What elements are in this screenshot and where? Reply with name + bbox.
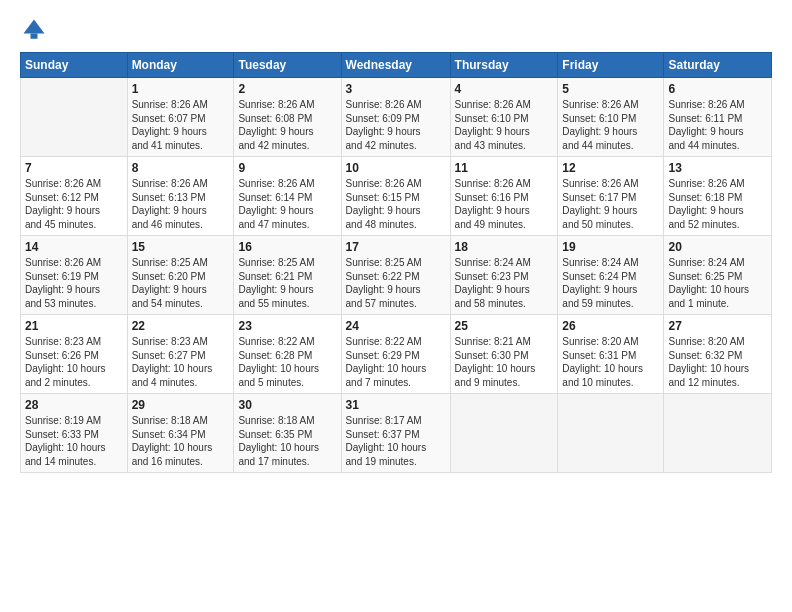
day-info: Sunrise: 8:26 AMSunset: 6:10 PMDaylight:… <box>455 98 554 152</box>
day-number: 23 <box>238 319 336 333</box>
calendar-cell: 15Sunrise: 8:25 AMSunset: 6:20 PMDayligh… <box>127 236 234 315</box>
day-info: Sunrise: 8:26 AMSunset: 6:15 PMDaylight:… <box>346 177 446 231</box>
calendar-cell: 1Sunrise: 8:26 AMSunset: 6:07 PMDaylight… <box>127 78 234 157</box>
page: SundayMondayTuesdayWednesdayThursdayFrid… <box>0 0 792 612</box>
day-info: Sunrise: 8:26 AMSunset: 6:11 PMDaylight:… <box>668 98 767 152</box>
day-number: 13 <box>668 161 767 175</box>
calendar-cell <box>558 394 664 473</box>
day-number: 4 <box>455 82 554 96</box>
day-number: 10 <box>346 161 446 175</box>
day-number: 31 <box>346 398 446 412</box>
day-number: 15 <box>132 240 230 254</box>
calendar-cell: 17Sunrise: 8:25 AMSunset: 6:22 PMDayligh… <box>341 236 450 315</box>
svg-rect-1 <box>31 34 38 39</box>
day-number: 26 <box>562 319 659 333</box>
calendar-cell: 24Sunrise: 8:22 AMSunset: 6:29 PMDayligh… <box>341 315 450 394</box>
day-info: Sunrise: 8:22 AMSunset: 6:29 PMDaylight:… <box>346 335 446 389</box>
day-number: 25 <box>455 319 554 333</box>
day-info: Sunrise: 8:26 AMSunset: 6:14 PMDaylight:… <box>238 177 336 231</box>
calendar-table: SundayMondayTuesdayWednesdayThursdayFrid… <box>20 52 772 473</box>
calendar-week-4: 28Sunrise: 8:19 AMSunset: 6:33 PMDayligh… <box>21 394 772 473</box>
day-info: Sunrise: 8:18 AMSunset: 6:34 PMDaylight:… <box>132 414 230 468</box>
calendar-cell: 27Sunrise: 8:20 AMSunset: 6:32 PMDayligh… <box>664 315 772 394</box>
calendar-week-2: 14Sunrise: 8:26 AMSunset: 6:19 PMDayligh… <box>21 236 772 315</box>
calendar-cell: 5Sunrise: 8:26 AMSunset: 6:10 PMDaylight… <box>558 78 664 157</box>
calendar-cell: 29Sunrise: 8:18 AMSunset: 6:34 PMDayligh… <box>127 394 234 473</box>
calendar-cell: 26Sunrise: 8:20 AMSunset: 6:31 PMDayligh… <box>558 315 664 394</box>
calendar-cell: 2Sunrise: 8:26 AMSunset: 6:08 PMDaylight… <box>234 78 341 157</box>
day-info: Sunrise: 8:26 AMSunset: 6:17 PMDaylight:… <box>562 177 659 231</box>
day-number: 9 <box>238 161 336 175</box>
logo-icon <box>20 16 48 44</box>
calendar-cell: 14Sunrise: 8:26 AMSunset: 6:19 PMDayligh… <box>21 236 128 315</box>
day-number: 28 <box>25 398 123 412</box>
day-info: Sunrise: 8:24 AMSunset: 6:25 PMDaylight:… <box>668 256 767 310</box>
svg-marker-0 <box>24 20 45 34</box>
day-number: 11 <box>455 161 554 175</box>
calendar-cell: 22Sunrise: 8:23 AMSunset: 6:27 PMDayligh… <box>127 315 234 394</box>
calendar-cell: 16Sunrise: 8:25 AMSunset: 6:21 PMDayligh… <box>234 236 341 315</box>
day-number: 27 <box>668 319 767 333</box>
day-info: Sunrise: 8:23 AMSunset: 6:26 PMDaylight:… <box>25 335 123 389</box>
day-number: 12 <box>562 161 659 175</box>
logo <box>20 16 52 44</box>
day-number: 24 <box>346 319 446 333</box>
day-number: 3 <box>346 82 446 96</box>
calendar-cell: 4Sunrise: 8:26 AMSunset: 6:10 PMDaylight… <box>450 78 558 157</box>
calendar-cell: 11Sunrise: 8:26 AMSunset: 6:16 PMDayligh… <box>450 157 558 236</box>
weekday-sunday: Sunday <box>21 53 128 78</box>
day-info: Sunrise: 8:20 AMSunset: 6:31 PMDaylight:… <box>562 335 659 389</box>
weekday-friday: Friday <box>558 53 664 78</box>
day-info: Sunrise: 8:18 AMSunset: 6:35 PMDaylight:… <box>238 414 336 468</box>
calendar-cell: 13Sunrise: 8:26 AMSunset: 6:18 PMDayligh… <box>664 157 772 236</box>
calendar-cell: 18Sunrise: 8:24 AMSunset: 6:23 PMDayligh… <box>450 236 558 315</box>
weekday-monday: Monday <box>127 53 234 78</box>
calendar-body: 1Sunrise: 8:26 AMSunset: 6:07 PMDaylight… <box>21 78 772 473</box>
day-info: Sunrise: 8:17 AMSunset: 6:37 PMDaylight:… <box>346 414 446 468</box>
day-info: Sunrise: 8:26 AMSunset: 6:10 PMDaylight:… <box>562 98 659 152</box>
calendar-cell: 25Sunrise: 8:21 AMSunset: 6:30 PMDayligh… <box>450 315 558 394</box>
weekday-thursday: Thursday <box>450 53 558 78</box>
calendar-cell: 31Sunrise: 8:17 AMSunset: 6:37 PMDayligh… <box>341 394 450 473</box>
calendar-cell: 7Sunrise: 8:26 AMSunset: 6:12 PMDaylight… <box>21 157 128 236</box>
calendar-cell: 10Sunrise: 8:26 AMSunset: 6:15 PMDayligh… <box>341 157 450 236</box>
day-number: 6 <box>668 82 767 96</box>
day-number: 8 <box>132 161 230 175</box>
calendar-cell: 6Sunrise: 8:26 AMSunset: 6:11 PMDaylight… <box>664 78 772 157</box>
header <box>20 16 772 44</box>
day-info: Sunrise: 8:26 AMSunset: 6:19 PMDaylight:… <box>25 256 123 310</box>
day-number: 22 <box>132 319 230 333</box>
day-info: Sunrise: 8:26 AMSunset: 6:18 PMDaylight:… <box>668 177 767 231</box>
day-info: Sunrise: 8:25 AMSunset: 6:22 PMDaylight:… <box>346 256 446 310</box>
day-info: Sunrise: 8:26 AMSunset: 6:13 PMDaylight:… <box>132 177 230 231</box>
day-info: Sunrise: 8:19 AMSunset: 6:33 PMDaylight:… <box>25 414 123 468</box>
calendar-cell <box>664 394 772 473</box>
calendar-cell: 28Sunrise: 8:19 AMSunset: 6:33 PMDayligh… <box>21 394 128 473</box>
day-number: 16 <box>238 240 336 254</box>
calendar-cell: 21Sunrise: 8:23 AMSunset: 6:26 PMDayligh… <box>21 315 128 394</box>
day-info: Sunrise: 8:26 AMSunset: 6:08 PMDaylight:… <box>238 98 336 152</box>
day-number: 20 <box>668 240 767 254</box>
calendar-cell: 9Sunrise: 8:26 AMSunset: 6:14 PMDaylight… <box>234 157 341 236</box>
day-number: 21 <box>25 319 123 333</box>
day-number: 30 <box>238 398 336 412</box>
day-info: Sunrise: 8:22 AMSunset: 6:28 PMDaylight:… <box>238 335 336 389</box>
day-number: 17 <box>346 240 446 254</box>
day-number: 19 <box>562 240 659 254</box>
day-info: Sunrise: 8:25 AMSunset: 6:21 PMDaylight:… <box>238 256 336 310</box>
day-info: Sunrise: 8:24 AMSunset: 6:23 PMDaylight:… <box>455 256 554 310</box>
calendar-cell: 30Sunrise: 8:18 AMSunset: 6:35 PMDayligh… <box>234 394 341 473</box>
calendar-cell: 20Sunrise: 8:24 AMSunset: 6:25 PMDayligh… <box>664 236 772 315</box>
day-info: Sunrise: 8:26 AMSunset: 6:16 PMDaylight:… <box>455 177 554 231</box>
day-number: 5 <box>562 82 659 96</box>
day-number: 18 <box>455 240 554 254</box>
weekday-wednesday: Wednesday <box>341 53 450 78</box>
calendar-cell <box>21 78 128 157</box>
calendar-cell: 12Sunrise: 8:26 AMSunset: 6:17 PMDayligh… <box>558 157 664 236</box>
weekday-tuesday: Tuesday <box>234 53 341 78</box>
day-number: 7 <box>25 161 123 175</box>
day-info: Sunrise: 8:26 AMSunset: 6:12 PMDaylight:… <box>25 177 123 231</box>
calendar-cell: 23Sunrise: 8:22 AMSunset: 6:28 PMDayligh… <box>234 315 341 394</box>
day-number: 1 <box>132 82 230 96</box>
calendar-week-0: 1Sunrise: 8:26 AMSunset: 6:07 PMDaylight… <box>21 78 772 157</box>
